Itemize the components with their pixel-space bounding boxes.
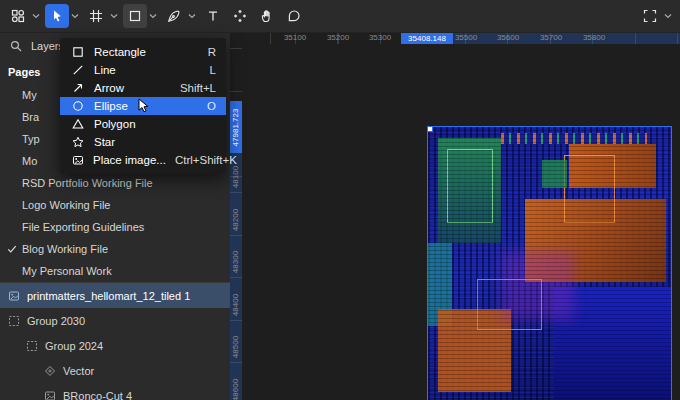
menu-item-label: Line: [94, 64, 201, 76]
menu-item-label: Arrow: [94, 82, 171, 94]
text-tool-button[interactable]: [201, 4, 225, 28]
comment-button[interactable]: [282, 4, 306, 28]
move-tool-button[interactable]: [45, 4, 69, 28]
ruler-tick-label: 35200: [327, 33, 349, 42]
chevron-down-icon[interactable]: [662, 4, 674, 28]
selection-handle-top-left[interactable]: [428, 127, 433, 132]
canvas-image[interactable]: [428, 127, 671, 400]
ruler-tick-label: 48200: [231, 200, 241, 240]
menu-item-place-image[interactable]: Place image... Ctrl+Shift+K: [60, 151, 226, 169]
ruler-tick-label: 35800: [583, 33, 605, 42]
ruler-tick-label: 48300: [231, 242, 241, 282]
ruler-tick-label: 35100: [284, 33, 306, 42]
chevron-down-icon[interactable]: [108, 4, 120, 28]
layer-row-selected[interactable]: printmatters_hellomart_12_tiled 1: [0, 283, 230, 308]
layer-row[interactable]: Vector: [0, 358, 230, 383]
check-icon: [7, 244, 17, 254]
ruler-tick-label: 48400: [231, 285, 241, 325]
menu-item-shortcut: R: [208, 46, 216, 58]
chevron-down-icon[interactable]: [186, 4, 198, 28]
menu-item-label: Polygon: [94, 118, 207, 130]
polygon-icon: [72, 118, 85, 130]
menu-item-label: Star: [94, 136, 207, 148]
menu-item-label: Rectangle: [94, 46, 199, 58]
selection-x-coordinate-badge: 35408.148: [401, 32, 453, 44]
ruler-tick-label: 35600: [497, 33, 519, 42]
page-item[interactable]: Logo Working File: [0, 194, 230, 216]
mouse-cursor: [138, 98, 152, 114]
ellipse-icon: [72, 100, 85, 112]
image-layer-icon: [8, 290, 20, 302]
ruler-tick-label: 48600: [231, 370, 241, 400]
toolbar: [0, 0, 680, 33]
ruler-tick-label: 48500: [231, 327, 241, 367]
chevron-down-icon[interactable]: [30, 4, 42, 28]
chevron-down-icon[interactable]: [69, 4, 81, 28]
chevron-down-icon[interactable]: [147, 4, 159, 28]
vertical-ruler: 48100 48200 48300 48400 48500 48600 4798…: [230, 44, 242, 400]
menu-item-line[interactable]: Line L: [60, 61, 226, 79]
menu-item-rectangle[interactable]: Rectangle R: [60, 43, 226, 61]
menu-item-polygon[interactable]: Polygon: [60, 115, 226, 133]
menu-item-star[interactable]: Star: [60, 133, 226, 151]
page-item[interactable]: My Personal Work: [0, 260, 230, 282]
line-icon: [72, 64, 85, 76]
layer-row[interactable]: Group 2030: [0, 308, 230, 333]
rectangle-icon: [72, 46, 85, 58]
layers-list: printmatters_hellomart_12_tiled 1 Group …: [0, 282, 230, 400]
ruler-tick-label: 35300: [369, 33, 391, 42]
search-icon[interactable]: [10, 40, 22, 52]
page-item[interactable]: File Exporting Guidelines: [0, 216, 230, 238]
menu-item-shortcut: L: [210, 64, 216, 76]
menu-item-arrow[interactable]: Arrow Shift+L: [60, 79, 226, 97]
vector-icon: [44, 365, 56, 377]
page-item-current[interactable]: Blog Working File: [0, 238, 230, 260]
selection-y-coordinate-badge: 47981.723: [230, 101, 242, 153]
group-icon: [26, 340, 38, 352]
menu-item-shortcut: Shift+L: [180, 82, 216, 94]
image-layer-icon: [44, 390, 56, 400]
main-menu-button[interactable]: [6, 4, 30, 28]
hand-tool-button[interactable]: [255, 4, 279, 28]
group-icon: [8, 315, 20, 327]
arrow-icon: [72, 82, 85, 94]
star-icon: [72, 136, 85, 148]
layer-row[interactable]: BRonco-Cut 4: [0, 383, 230, 400]
frame-tool-button[interactable]: [84, 4, 108, 28]
horizontal-ruler: 35100 35200 35300 35500 35600 35700 3580…: [230, 32, 680, 44]
page-item[interactable]: RSD Portfolio Working File: [0, 172, 230, 194]
components-button[interactable]: [228, 4, 252, 28]
menu-item-shortcut: Ctrl+Shift+K: [175, 154, 237, 166]
ruler-tick-label: 35500: [455, 33, 477, 42]
menu-item-label: Place image...: [93, 154, 166, 166]
image-icon: [72, 154, 84, 166]
design-app-window: 35100 35200 35300 35500 35600 35700 3580…: [0, 0, 680, 400]
fit-view-button[interactable]: [638, 4, 662, 28]
ruler-tick-label: 35700: [540, 33, 562, 42]
pen-tool-button[interactable]: [162, 4, 186, 28]
shape-tools-button[interactable]: [123, 4, 147, 28]
menu-item-shortcut: O: [207, 100, 216, 112]
layer-row[interactable]: Group 2024: [0, 333, 230, 358]
